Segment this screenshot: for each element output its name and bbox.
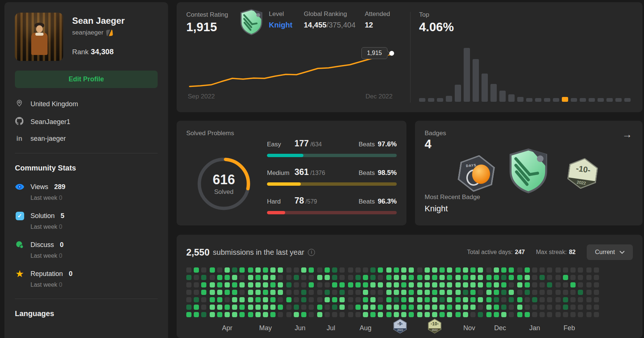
range-dropdown[interactable]: Current <box>587 244 633 260</box>
heatmap-cell <box>570 267 576 273</box>
heatmap-cell <box>225 267 230 273</box>
heatmap-cell <box>478 297 483 302</box>
heatmap-cell <box>556 275 561 280</box>
divider <box>15 153 158 153</box>
heatmap-cell <box>232 290 237 295</box>
eye-icon <box>15 182 25 192</box>
heatmap-cell <box>355 290 361 295</box>
heatmap-cell <box>470 267 476 273</box>
knight-badge-icon <box>507 148 550 196</box>
rank-row: Rank34,308 <box>72 48 125 56</box>
heatmap-cell <box>225 282 230 287</box>
heatmap-cell <box>386 305 392 310</box>
heatmap-cell <box>509 297 514 302</box>
heatmap-cell <box>501 297 506 302</box>
arrow-right-icon[interactable]: → <box>622 129 632 140</box>
heatmap-cell <box>478 290 483 295</box>
histogram-bar <box>473 59 479 102</box>
heatmap-cell <box>540 305 545 310</box>
heatmap-cell <box>348 312 353 317</box>
heatmap-cell <box>525 267 530 273</box>
heatmap-cell <box>232 275 237 280</box>
info-icon[interactable]: i <box>308 249 315 256</box>
heatmap-cell <box>447 290 452 295</box>
heatmap-cell <box>570 290 576 295</box>
heatmap-cell <box>494 275 499 280</box>
heatmap-cell <box>425 290 430 295</box>
submission-heatmap-grid: AprMayJunJulAug-9-2022-10-2022NovDecJanF… <box>186 267 599 332</box>
most-recent-badge-value: Knight <box>425 204 448 214</box>
histogram-bar <box>490 84 497 102</box>
heatmap-cell <box>248 275 253 280</box>
edit-profile-button[interactable]: Edit Profile <box>15 71 158 88</box>
heatmap-cell <box>563 282 568 287</box>
heatmap-cell <box>309 305 314 310</box>
heatmap-cell <box>494 282 499 287</box>
heatmap-cell <box>332 305 337 310</box>
heatmap-cell <box>332 290 337 295</box>
heatmap-cell <box>509 275 514 280</box>
heatmap-cell <box>517 282 522 287</box>
heatmap-cell <box>239 275 245 280</box>
heatmap-cell <box>570 282 576 287</box>
heatmap-month: Dec <box>486 267 514 332</box>
heatmap-cell <box>239 290 245 295</box>
heatmap-cell <box>509 267 514 273</box>
histogram-bar <box>482 74 488 102</box>
heatmap-cell <box>370 297 376 302</box>
heatmap-cell <box>447 312 452 317</box>
heatmap-cell <box>239 312 245 317</box>
heatmap-cell <box>201 305 206 310</box>
stat-views: Views 289 Last week 0 <box>15 182 158 201</box>
heatmap-cell <box>301 282 306 287</box>
heatmap-cell <box>425 282 430 287</box>
heatmap-cell <box>332 312 337 317</box>
histogram-bar <box>589 98 595 102</box>
heatmap-cell <box>325 297 330 302</box>
heatmap-cell <box>532 312 537 317</box>
heatmap-cell <box>425 275 430 280</box>
heatmap-cell <box>210 290 215 295</box>
heatmap-cell <box>263 297 268 302</box>
heatmap-cell <box>363 305 368 310</box>
heatmap-cell <box>501 267 506 273</box>
heatmap-cell <box>594 305 599 310</box>
heatmap-cell <box>594 275 599 280</box>
github-row[interactable]: SeanJaeger1 <box>15 117 158 127</box>
heatmap-cell <box>486 305 492 310</box>
heatmap-cell <box>232 297 237 302</box>
heatmap-cell <box>294 290 299 295</box>
heatmap-cell <box>248 312 253 317</box>
heatmap-cell <box>225 290 230 295</box>
heatmap-cell <box>501 290 506 295</box>
linkedin-row[interactable]: in sean-jaeger <box>15 135 158 143</box>
heatmap-cell <box>525 297 530 302</box>
heatmap-cell <box>447 305 452 310</box>
heatmap-cell <box>525 312 530 317</box>
heatmap-cell <box>478 267 483 273</box>
heatmap-cell <box>525 275 530 280</box>
heatmap-cell <box>578 290 583 295</box>
heatmap-cell <box>363 282 368 287</box>
heatmap-cell <box>263 312 268 317</box>
histogram-bar <box>464 48 470 102</box>
heatmap-cell <box>278 275 283 280</box>
heatmap-cell <box>332 267 337 273</box>
heatmap-cell <box>386 267 392 273</box>
heatmap-cell <box>432 290 437 295</box>
heatmap-cell <box>409 305 414 310</box>
heatmap-cell <box>255 290 261 295</box>
heatmap-cell <box>270 297 276 302</box>
heatmap-cell <box>578 275 583 280</box>
heatmap-cell <box>509 305 514 310</box>
heatmap-cell <box>232 312 237 317</box>
linkedin-icon: in <box>15 135 24 143</box>
heatmap-cell <box>432 312 437 317</box>
heatmap-cell <box>417 312 422 317</box>
heatmap-cell <box>348 267 353 273</box>
heatmap-cell <box>201 282 206 287</box>
heatmap-cell <box>556 282 561 287</box>
heatmap-month-label: May <box>248 317 283 332</box>
heatmap-month: -9-2022 <box>386 267 414 332</box>
contest-rating-label: Contest Rating <box>186 11 228 19</box>
